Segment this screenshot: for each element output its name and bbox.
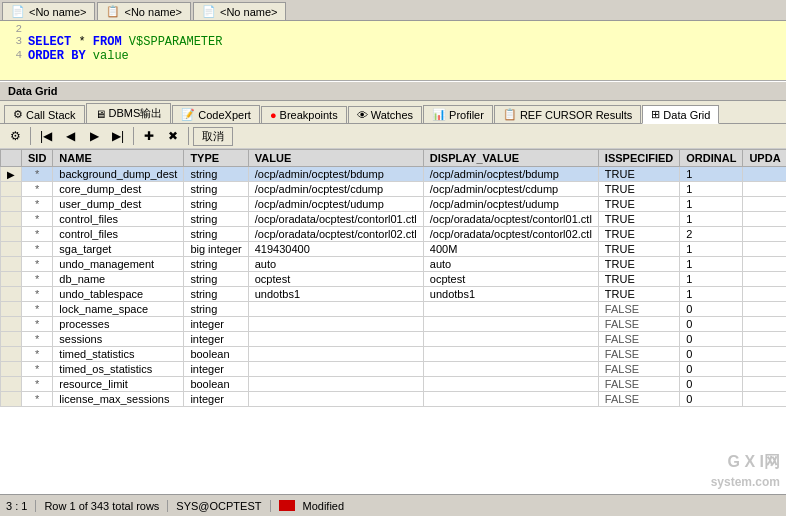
- col-header-upda[interactable]: UPDA: [743, 150, 786, 167]
- table-row[interactable]: *control_filesstring/ocp/oradata/ocptest…: [1, 227, 787, 242]
- col-header-type[interactable]: TYPE: [184, 150, 248, 167]
- top-tab-1[interactable]: 📄 <No name>: [2, 2, 95, 20]
- sql-editor[interactable]: 2 3 SELECT * FROM V$SPPARAMETER 4 ORDER …: [0, 21, 786, 81]
- table-row[interactable]: ▶*background_dump_deststring/ocp/admin/o…: [1, 167, 787, 182]
- tab-profiler[interactable]: 📊 Profiler: [423, 105, 493, 123]
- file-icon-1: 📄: [11, 5, 25, 18]
- toolbar-prev-button[interactable]: ◀: [59, 126, 81, 146]
- table-cell: resource_limit: [53, 377, 184, 392]
- data-grid-area: SID NAME TYPE VALUE DISPLAY_VALUE ISSPEC…: [0, 149, 786, 494]
- table-cell: license_max_sessions: [53, 392, 184, 407]
- toolbar-add-button[interactable]: ✚: [138, 126, 160, 146]
- table-cell: string: [184, 257, 248, 272]
- table-row[interactable]: *sga_targetbig integer419430400400MTRUE1: [1, 242, 787, 257]
- table-cell: *: [22, 257, 53, 272]
- table-cell: [743, 317, 786, 332]
- table-cell: auto: [248, 257, 423, 272]
- toolbar-next-button[interactable]: ▶: [83, 126, 105, 146]
- tab-profiler-label: Profiler: [449, 109, 484, 121]
- table-body: ▶*background_dump_deststring/ocp/admin/o…: [1, 167, 787, 407]
- table-row[interactable]: *license_max_sessionsintegerFALSE0: [1, 392, 787, 407]
- table-row[interactable]: *control_filesstring/ocp/oradata/ocptest…: [1, 212, 787, 227]
- toolbar-last-button[interactable]: ▶|: [107, 126, 129, 146]
- col-header-value[interactable]: VALUE: [248, 150, 423, 167]
- table-cell: /ocp/admin/ocptest/udump: [248, 197, 423, 212]
- table-cell: /ocp/oradata/ocptest/contorl02.ctl: [248, 227, 423, 242]
- toolbar-settings-button[interactable]: ⚙: [4, 126, 26, 146]
- table-cell: /ocp/oradata/ocptest/contorl02.ctl: [423, 227, 598, 242]
- toolbar-cancel-button[interactable]: 取消: [193, 127, 233, 146]
- tab-call-stack[interactable]: ⚙ Call Stack: [4, 105, 85, 123]
- dbms-icon: 🖥: [95, 108, 106, 120]
- col-header-display-value[interactable]: DISPLAY_VALUE: [423, 150, 598, 167]
- sql-keyword-order: ORDER BY: [28, 49, 86, 63]
- table-cell: /ocp/admin/ocptest/cdump: [248, 182, 423, 197]
- table-cell: integer: [184, 362, 248, 377]
- table-cell: *: [22, 332, 53, 347]
- table-cell: *: [22, 227, 53, 242]
- top-tab-3-label: <No name>: [220, 6, 277, 18]
- tab-dbms-label: DBMS输出: [109, 106, 163, 121]
- col-header-sid[interactable]: SID: [22, 150, 53, 167]
- data-grid-icon: ⊞: [651, 108, 660, 121]
- breakpoints-icon: ●: [270, 109, 277, 121]
- table-row[interactable]: *user_dump_deststring/ocp/admin/ocptest/…: [1, 197, 787, 212]
- sql-line-3: 3 SELECT * FROM V$SPPARAMETER: [4, 35, 782, 49]
- tab-dbms-output[interactable]: 🖥 DBMS输出: [86, 103, 172, 123]
- toolbar-delete-button[interactable]: ✖: [162, 126, 184, 146]
- table-cell: FALSE: [598, 332, 679, 347]
- tab-data-grid[interactable]: ⊞ Data Grid: [642, 105, 719, 124]
- table-row[interactable]: *undo_tablespacestringundotbs1undotbs1TR…: [1, 287, 787, 302]
- table-cell: *: [22, 392, 53, 407]
- table-row[interactable]: *timed_os_statisticsintegerFALSE0: [1, 362, 787, 377]
- sql-keyword-from: FROM: [93, 35, 122, 49]
- table-row[interactable]: *undo_managementstringautoautoTRUE1: [1, 257, 787, 272]
- tab-ref-cursor[interactable]: 📋 REF CURSOR Results: [494, 105, 641, 123]
- table-cell: [1, 362, 22, 377]
- col-header-marker[interactable]: [1, 150, 22, 167]
- table-cell: TRUE: [598, 227, 679, 242]
- table-cell: core_dump_dest: [53, 182, 184, 197]
- table-row[interactable]: *core_dump_deststring/ocp/admin/ocptest/…: [1, 182, 787, 197]
- table-cell: 1: [680, 272, 743, 287]
- table-cell: [743, 227, 786, 242]
- table-cell: 1: [680, 242, 743, 257]
- table-cell: undotbs1: [423, 287, 598, 302]
- tab-codexpert[interactable]: 📝 CodeXpert: [172, 105, 260, 123]
- table-cell: 419430400: [248, 242, 423, 257]
- top-tab-2-label: <No name>: [124, 6, 181, 18]
- table-cell: lock_name_space: [53, 302, 184, 317]
- table-cell: [248, 362, 423, 377]
- grid-scroll-container[interactable]: SID NAME TYPE VALUE DISPLAY_VALUE ISSPEC…: [0, 149, 786, 494]
- status-total-rows: Row 1 of 343 total rows: [44, 500, 168, 512]
- table-cell: [1, 242, 22, 257]
- sql-table-name: V$SPPARAMETER: [129, 35, 223, 49]
- status-row-col: 3 : 1: [6, 500, 36, 512]
- table-row[interactable]: *sessionsintegerFALSE0: [1, 332, 787, 347]
- table-cell: [423, 332, 598, 347]
- table-cell: *: [22, 242, 53, 257]
- table-cell: TRUE: [598, 257, 679, 272]
- table-row[interactable]: *lock_name_spacestringFALSE0: [1, 302, 787, 317]
- table-cell: [248, 332, 423, 347]
- toolbar-first-button[interactable]: |◀: [35, 126, 57, 146]
- table-cell: control_files: [53, 212, 184, 227]
- file-icon-2: 📋: [106, 5, 120, 18]
- table-cell: *: [22, 377, 53, 392]
- col-header-ordinal[interactable]: ORDINAL: [680, 150, 743, 167]
- table-cell: [743, 362, 786, 377]
- table-row[interactable]: *resource_limitbooleanFALSE0: [1, 377, 787, 392]
- top-tab-3[interactable]: 📄 <No name>: [193, 2, 286, 20]
- top-tab-2[interactable]: 📋 <No name>: [97, 2, 190, 20]
- col-header-name[interactable]: NAME: [53, 150, 184, 167]
- tab-breakpoints[interactable]: ● Breakpoints: [261, 106, 347, 123]
- table-cell: 0: [680, 392, 743, 407]
- tab-watches[interactable]: 👁 Watches: [348, 106, 422, 123]
- table-row[interactable]: *db_namestringocptestocptestTRUE1: [1, 272, 787, 287]
- col-header-isspecified[interactable]: ISSPECIFIED: [598, 150, 679, 167]
- table-row[interactable]: *processesintegerFALSE0: [1, 317, 787, 332]
- table-cell: [743, 167, 786, 182]
- table-row[interactable]: *timed_statisticsbooleanFALSE0: [1, 347, 787, 362]
- table-cell: integer: [184, 392, 248, 407]
- ref-cursor-icon: 📋: [503, 108, 517, 121]
